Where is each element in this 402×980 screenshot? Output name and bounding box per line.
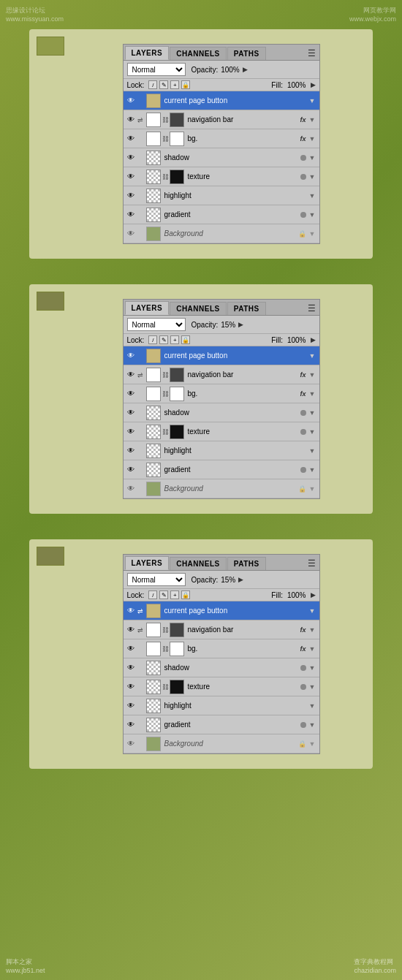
fill-arrow[interactable]: ▶ [311,591,316,599]
layer-expand-1[interactable]: ▼ [309,371,316,379]
lock-icon-3[interactable]: 🔒 [181,80,190,89]
layer-expand-3[interactable]: ▼ [309,154,316,162]
lock-icon-1[interactable]: ✎ [159,80,168,89]
tab-paths[interactable]: PATHS [227,302,266,315]
layer-row-2[interactable]: 👁⛓bg.fx▼ [124,384,319,403]
fill-arrow[interactable]: ▶ [311,336,316,343]
eye-icon-1[interactable]: 👁 [126,370,136,380]
eye-icon-4[interactable]: 👁 [126,427,136,437]
blend-mode-select[interactable]: Normal [127,318,186,331]
eye-icon-3[interactable]: 👁 [126,408,136,418]
tab-paths[interactable]: PATHS [227,557,266,570]
lock-icon-3[interactable]: 🔒 [181,335,190,344]
layer-expand-5[interactable]: ▼ [309,192,316,200]
eye-icon-0[interactable]: 👁 [126,351,136,361]
lock-icon-0[interactable]: / [148,590,157,599]
layer-expand-4[interactable]: ▼ [309,173,316,181]
fill-arrow[interactable]: ▶ [311,81,316,88]
layer-row-1[interactable]: 👁⇌⛓navigation barfx▼ [124,620,319,639]
layer-expand-4[interactable]: ▼ [309,683,316,691]
layer-row-4[interactable]: 👁⛓texture▼ [124,167,319,186]
layer-expand-2[interactable]: ▼ [309,390,316,398]
eye-icon-4[interactable]: 👁 [126,682,136,692]
eye-icon-2[interactable]: 👁 [126,389,136,399]
eye-icon-3[interactable]: 👁 [126,663,136,673]
layer-expand-0[interactable]: ▼ [309,97,316,105]
layer-row-7[interactable]: 👁Background🔒▼ [124,224,319,243]
eye-icon-2[interactable]: 👁 [126,644,136,654]
tab-layers[interactable]: LAYERS [125,556,170,570]
layer-row-3[interactable]: 👁shadow▼ [124,403,319,422]
layer-expand-2[interactable]: ▼ [309,135,316,143]
layer-expand-1[interactable]: ▼ [309,116,316,124]
eye-icon-0[interactable]: 👁 [126,96,136,106]
layer-row-2[interactable]: 👁⛓bg.fx▼ [124,129,319,148]
layer-expand-6[interactable]: ▼ [309,466,316,474]
lock-icon-2[interactable]: + [170,335,179,344]
layer-row-3[interactable]: 👁shadow▼ [124,148,319,167]
tab-channels[interactable]: CHANNELS [170,47,227,60]
fill-value[interactable]: 100% [287,336,306,344]
tab-layers[interactable]: LAYERS [125,46,170,60]
opacity-value[interactable]: 15% [221,576,235,584]
layer-expand-4[interactable]: ▼ [309,428,316,436]
fill-value[interactable]: 100% [287,81,306,89]
opacity-value[interactable]: 15% [221,321,235,329]
lock-icon-1[interactable]: ✎ [159,590,168,599]
tab-channels[interactable]: CHANNELS [170,557,227,570]
eye-icon-6[interactable]: 👁 [126,465,136,475]
layer-expand-7[interactable]: ▼ [309,740,316,748]
tab-layers[interactable]: LAYERS [125,301,170,315]
layer-row-3[interactable]: 👁shadow▼ [124,658,319,677]
panel-menu-icon[interactable]: ☰ [308,558,316,569]
eye-icon-6[interactable]: 👁 [126,210,136,220]
lock-icon-3[interactable]: 🔒 [181,590,190,599]
lock-icon-0[interactable]: / [148,335,157,344]
tab-channels[interactable]: CHANNELS [170,302,227,315]
eye-icon-1[interactable]: 👁 [126,625,136,635]
eye-icon-7[interactable]: 👁 [126,229,136,239]
eye-icon-6[interactable]: 👁 [126,720,136,730]
layer-expand-7[interactable]: ▼ [309,485,316,493]
panel-menu-icon[interactable]: ☰ [308,48,316,58]
layer-expand-3[interactable]: ▼ [309,664,316,672]
layer-expand-1[interactable]: ▼ [309,626,316,634]
eye-icon-4[interactable]: 👁 [126,172,136,182]
layer-row-6[interactable]: 👁gradient▼ [124,205,319,224]
lock-icon-2[interactable]: + [170,80,179,89]
layer-expand-0[interactable]: ▼ [309,607,316,615]
layer-row-0[interactable]: 👁current page button▼ [124,91,319,110]
layer-row-1[interactable]: 👁⇌⛓navigation barfx▼ [124,110,319,129]
eye-icon-3[interactable]: 👁 [126,153,136,163]
layer-row-0[interactable]: 👁current page button▼ [124,346,319,365]
layer-expand-6[interactable]: ▼ [309,721,316,729]
eye-icon-0[interactable]: 👁 [126,606,136,616]
fill-value[interactable]: 100% [287,591,306,599]
layer-expand-0[interactable]: ▼ [309,352,316,360]
layer-expand-5[interactable]: ▼ [309,447,316,455]
layer-row-5[interactable]: 👁highlight▼ [124,186,319,205]
eye-icon-5[interactable]: 👁 [126,701,136,711]
layer-row-0[interactable]: 👁⇌current page button▼ [124,601,319,620]
layer-row-1[interactable]: 👁⇌⛓navigation barfx▼ [124,365,319,384]
lock-icon-1[interactable]: ✎ [159,335,168,344]
eye-icon-1[interactable]: 👁 [126,115,136,125]
layer-row-6[interactable]: 👁gradient▼ [124,460,319,479]
layer-expand-6[interactable]: ▼ [309,211,316,219]
opacity-arrow[interactable]: ▶ [243,66,248,73]
eye-icon-5[interactable]: 👁 [126,191,136,201]
layer-row-7[interactable]: 👁Background🔒▼ [124,734,319,753]
eye-icon-7[interactable]: 👁 [126,739,136,749]
layer-row-2[interactable]: 👁⛓bg.fx▼ [124,639,319,658]
opacity-arrow[interactable]: ▶ [238,321,243,328]
opacity-value[interactable]: 100% [221,66,240,74]
eye-icon-7[interactable]: 👁 [126,484,136,494]
tab-paths[interactable]: PATHS [227,47,266,60]
layer-row-5[interactable]: 👁highlight▼ [124,696,319,715]
layer-expand-7[interactable]: ▼ [309,230,316,238]
layer-expand-5[interactable]: ▼ [309,702,316,710]
layer-row-4[interactable]: 👁⛓texture▼ [124,677,319,696]
layer-row-7[interactable]: 👁Background🔒▼ [124,479,319,498]
eye-icon-5[interactable]: 👁 [126,446,136,456]
lock-icon-2[interactable]: + [170,590,179,599]
